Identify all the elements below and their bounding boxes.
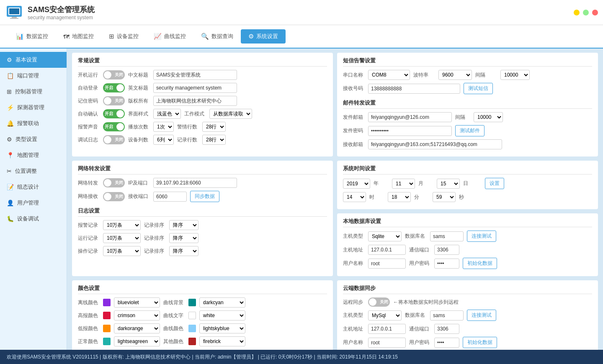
other-color-select[interactable]: firebrick — [199, 336, 245, 346]
cn-label-input[interactable] — [153, 70, 237, 80]
offline-color-select[interactable]: blueviolet — [114, 297, 160, 308]
minute-select[interactable]: 18 — [388, 192, 411, 202]
month-select[interactable]: 11 — [392, 179, 415, 189]
copyright-input[interactable] — [153, 96, 237, 106]
sms-receive-input[interactable] — [368, 84, 460, 94]
alarm-log-select[interactable]: 10万条 — [103, 220, 141, 230]
autoconfirm-knob — [116, 110, 124, 118]
device-cols-select[interactable]: 6列 — [153, 135, 174, 145]
sidebar-item-port-management[interactable]: 📋 端口管理 — [0, 68, 67, 84]
local-db-name-input[interactable] — [430, 231, 464, 241]
email-sender-input[interactable] — [368, 112, 452, 122]
curve-text-select[interactable]: white — [199, 310, 245, 320]
cloud-host-type-select[interactable]: MySql — [368, 310, 402, 320]
cloud-username-input[interactable] — [368, 338, 406, 348]
sidebar: ⚙ 基本设置 📋 端口管理 ⊞ 控制器管理 ⚡ 探测器管理 🔔 报警联动 ⚙ 类… — [0, 49, 67, 350]
local-connect-button[interactable]: 连接测试 — [467, 231, 496, 242]
log-sort2-select[interactable]: 降序 — [169, 233, 198, 243]
debug-log-toggle[interactable]: 关闭 — [103, 135, 125, 144]
network-ip-input[interactable] — [153, 178, 237, 188]
local-host-type-select[interactable]: Sqlite — [368, 231, 402, 241]
cloud-host-addr-input[interactable] — [368, 324, 406, 334]
nav-data-query[interactable]: 🔍 数据查询 — [193, 29, 241, 44]
sidebar-item-controller-management[interactable]: ⊞ 控制器管理 — [0, 84, 67, 100]
controller-management-icon: ⊞ — [7, 88, 12, 95]
nav-system-settings[interactable]: ⚙ 系统设置 — [241, 29, 286, 44]
en-label-input[interactable] — [153, 83, 237, 93]
email-test-button[interactable]: 测试邮件 — [455, 125, 484, 136]
sidebar-item-alarm-linkage[interactable]: 🔔 报警联动 — [0, 115, 67, 131]
hour-select[interactable]: 14 — [343, 192, 366, 202]
nav-device-monitor[interactable]: ⊞ 设备监控 — [101, 29, 146, 44]
local-username-input[interactable] — [368, 259, 406, 269]
cloud-init-button[interactable]: 初始化数据 — [463, 337, 497, 348]
sidebar-item-detector-management[interactable]: ⚡ 探测器管理 — [0, 100, 67, 115]
log-sort3-select[interactable]: 降序 — [169, 246, 198, 256]
close-button[interactable] — [592, 10, 598, 15]
sms-baud-select[interactable]: 9600 — [438, 70, 472, 80]
curve-color-select[interactable]: lightskyblue — [199, 323, 245, 333]
sidebar-item-device-debug[interactable]: 🐛 设备调试 — [0, 211, 67, 227]
local-host-addr-input[interactable] — [368, 245, 406, 255]
local-password-input[interactable] — [434, 259, 459, 269]
cloud-host-addr-label: 主机地址 — [343, 326, 365, 333]
cloud-connect-button[interactable]: 连接测试 — [467, 310, 496, 321]
workmode-label: 工作模式 — [184, 110, 206, 118]
cloud-remote-toggle[interactable]: 关闭 — [368, 297, 390, 307]
year-select[interactable]: 2019 — [343, 179, 370, 189]
network-forward-toggle[interactable]: 关闭 — [103, 178, 125, 187]
local-port-input[interactable] — [434, 245, 459, 255]
sms-port-select[interactable]: COM8 — [368, 70, 410, 80]
sidebar-item-user-management[interactable]: 👤 用户管理 — [0, 195, 67, 211]
cloud-db-row1: 主机类型 MySql 数据库名 连接测试 — [343, 310, 592, 321]
op-log-select[interactable]: 10万条 — [103, 246, 141, 256]
receive-port-input[interactable] — [153, 192, 187, 202]
second-select[interactable]: 59 — [433, 192, 456, 202]
high-alarm-select[interactable]: crimson — [114, 310, 160, 320]
local-init-button[interactable]: 初始化数据 — [463, 258, 497, 269]
curve-bg-select[interactable]: darkcyan — [199, 297, 245, 308]
nav-map-monitor[interactable]: 🗺 地图监控 — [56, 29, 101, 44]
cloud-db-name-input[interactable] — [430, 310, 464, 320]
sidebar-item-position-adjust[interactable]: ✂ 位置调整 — [0, 163, 67, 179]
time-set-button[interactable]: 设置 — [485, 178, 504, 189]
sms-interval-select[interactable]: 10000 — [500, 70, 530, 80]
log-sort-select[interactable]: 降序 — [169, 220, 198, 230]
autologin-toggle[interactable]: 开启 — [103, 83, 125, 92]
alarm-sound-toggle[interactable]: 开启 — [103, 122, 125, 131]
low-alarm-select[interactable]: darkorange — [114, 323, 160, 333]
email-interval-select[interactable]: 10000 — [474, 112, 503, 122]
cloud-db-row3: 用户名称 用户密码 初始化数据 — [343, 337, 592, 348]
autostart-toggle[interactable]: 关闭 — [103, 70, 125, 79]
sync-data-button[interactable]: 同步数据 — [190, 191, 219, 202]
nav-curve-monitor[interactable]: 📈 曲线监控 — [146, 29, 193, 44]
local-password-label: 用户密码 — [409, 260, 431, 267]
workmode-select[interactable]: 从数据库读取 — [209, 109, 252, 119]
email-password-input[interactable] — [368, 126, 452, 136]
log-rows-select[interactable]: 28行 — [202, 135, 226, 145]
sidebar-item-basic-settings[interactable]: ⚙ 基本设置 — [0, 52, 67, 68]
remember-toggle[interactable]: 关闭 — [103, 96, 125, 105]
email-receiver-label: 接收邮箱 — [343, 141, 365, 148]
panels-grid: 常规设置 开机运行 关闭 中文标题 自动登录 开启 英文 — [72, 53, 598, 350]
day-select[interactable]: 15 — [437, 179, 460, 189]
run-log-select[interactable]: 10万条 — [103, 233, 141, 243]
maximize-button[interactable] — [583, 10, 589, 15]
cloud-port-input[interactable] — [434, 324, 459, 334]
network-receive-toggle[interactable]: 关闭 — [103, 192, 125, 201]
theme-select[interactable]: 浅蓝色 — [153, 109, 181, 119]
cloud-password-input[interactable] — [434, 338, 459, 348]
email-interval-label: 间隔 — [455, 114, 470, 121]
alarm-rows-select[interactable]: 28行 — [202, 122, 226, 132]
normal-color-select[interactable]: lightseagreen — [114, 336, 160, 346]
sidebar-item-map-management[interactable]: 📍 地图管理 — [0, 147, 67, 163]
playcount-select[interactable]: 1次 — [153, 122, 174, 132]
sidebar-item-topology-design[interactable]: 📝 组态设计 — [0, 179, 67, 195]
email-receiver-input[interactable] — [368, 139, 502, 149]
sidebar-item-type-settings[interactable]: ⚙ 类型设置 — [0, 131, 67, 147]
minimize-button[interactable] — [574, 10, 580, 15]
sms-test-button[interactable]: 测试短信 — [464, 83, 493, 94]
autoconfirm-toggle[interactable]: 开启 — [103, 109, 125, 118]
app-subtitle: security management system — [28, 15, 95, 21]
nav-data-monitor[interactable]: 📊 数据监控 — [8, 29, 56, 44]
